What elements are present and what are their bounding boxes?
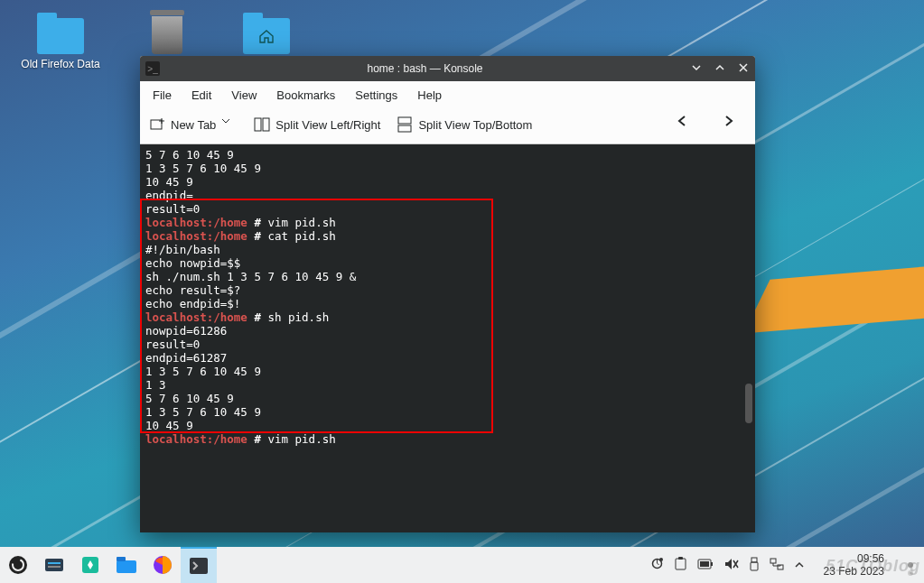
svg-rect-12 [117, 557, 126, 561]
terminal-line: localhost:/home # vim pid.sh [145, 216, 750, 229]
terminal-line: #!/bin/bash [145, 243, 750, 256]
terminal-line: localhost:/home # cat pid.sh [145, 229, 750, 243]
svg-rect-9 [48, 566, 61, 568]
terminal-line: echo result=$? [145, 283, 750, 297]
svg-rect-11 [117, 560, 136, 573]
tray-battery-icon[interactable] [697, 559, 714, 572]
window-titlebar[interactable]: >_ home : bash — Konsole [140, 56, 755, 81]
folder-icon [243, 18, 290, 54]
svg-rect-22 [751, 558, 757, 562]
split-tb-label: Split View Top/Bottom [418, 118, 532, 132]
terminal-view[interactable]: 5 7 6 10 45 91 3 5 7 6 10 45 910 45 9end… [140, 144, 755, 532]
taskbar-clock[interactable]: 09:56 23 Feb 2023 [815, 552, 893, 578]
split-tb-button[interactable]: Split View Top/Bottom [397, 116, 532, 133]
taskbar-app-discover[interactable] [72, 547, 108, 583]
desktop-pager[interactable] [908, 562, 913, 568]
terminal-line: localhost:/home # sh pid.sh [145, 310, 750, 324]
svg-point-16 [659, 558, 663, 561]
folder-icon [37, 18, 84, 54]
split-lr-icon [254, 116, 270, 133]
menu-edit[interactable]: Edit [191, 88, 211, 102]
tray-network-icon[interactable] [770, 558, 784, 573]
terminal-line: 5 7 6 10 45 9 [145, 392, 750, 405]
clock-date: 23 Feb 2023 [824, 565, 884, 578]
terminal-line: 1 3 5 7 6 10 45 9 [145, 162, 750, 175]
terminal-line: 10 45 9 [145, 175, 750, 189]
svg-rect-21 [711, 562, 713, 566]
svg-rect-7 [45, 559, 63, 571]
svg-rect-18 [678, 557, 683, 560]
desktop-icon-label: Old Firefox Data [20, 58, 101, 70]
clock-time: 09:56 [824, 552, 884, 565]
split-lr-label: Split View Left/Right [275, 118, 380, 132]
terminal-line: sh ./num.sh 1 3 5 7 6 10 45 9 & [145, 270, 750, 283]
terminal-line: 1 3 5 7 6 10 45 9 [145, 365, 750, 378]
new-tab-button[interactable]: New Tab [149, 116, 238, 133]
menu-bookmarks[interactable]: Bookmarks [276, 88, 335, 102]
svg-rect-14 [190, 558, 208, 574]
menu-help[interactable]: Help [417, 88, 442, 102]
tray-usb-icon[interactable] [750, 557, 759, 574]
window-title: home : bash — Konsole [165, 62, 685, 75]
svg-rect-17 [676, 559, 686, 569]
app-launcher-button[interactable] [0, 547, 36, 583]
svg-rect-2 [263, 118, 269, 131]
svg-rect-23 [751, 562, 758, 570]
tray-clipboard-icon[interactable] [675, 557, 686, 573]
svg-rect-1 [255, 118, 261, 131]
desktop-trash[interactable] [126, 16, 208, 58]
app-icon: >_ [145, 61, 160, 76]
svg-rect-4 [398, 125, 411, 132]
menubar: File Edit View Bookmarks Settings Help [140, 81, 755, 109]
desktop-folder-old-firefox[interactable]: Old Firefox Data [20, 18, 101, 70]
tray-expand-icon[interactable] [795, 559, 804, 572]
tray-updates-icon[interactable] [650, 557, 664, 573]
system-tray: 09:56 23 Feb 2023 [650, 552, 924, 578]
wallpaper-accent [743, 263, 924, 334]
terminal-scrollbar[interactable] [745, 384, 752, 423]
maximize-button[interactable] [708, 62, 732, 76]
svg-rect-24 [770, 559, 776, 563]
terminal-line: endpid=61287 [145, 351, 750, 365]
taskbar-app-firefox[interactable] [145, 547, 181, 583]
taskbar-app-settings[interactable] [36, 547, 72, 583]
taskbar-app-konsole[interactable] [181, 547, 217, 583]
svg-rect-8 [48, 562, 61, 564]
trash-icon [152, 16, 182, 54]
taskbar-app-dolphin[interactable] [108, 547, 145, 583]
svg-rect-20 [700, 561, 709, 567]
split-lr-button[interactable]: Split View Left/Right [254, 116, 380, 133]
terminal-line: echo nowpid=$$ [145, 256, 750, 270]
svg-rect-3 [398, 117, 411, 124]
desktop-folder-home[interactable] [226, 18, 307, 58]
toolbar-next-button[interactable] [715, 115, 746, 134]
menu-settings[interactable]: Settings [355, 88, 397, 102]
terminal-line: result=0 [145, 338, 750, 351]
tray-volume-muted-icon[interactable] [724, 558, 739, 573]
terminal-line: 10 45 9 [145, 419, 750, 432]
konsole-window: >_ home : bash — Konsole File Edit View … [140, 56, 755, 532]
terminal-line: 5 7 6 10 45 9 [145, 148, 750, 162]
close-button[interactable] [732, 62, 755, 76]
menu-file[interactable]: File [153, 88, 172, 102]
terminal-line: 1 3 5 7 6 10 45 9 [145, 405, 750, 419]
terminal-line: result=0 [145, 202, 750, 216]
terminal-line: localhost:/home # vim pid.sh [145, 432, 750, 446]
toolbar: New Tab Split View Left/Right Split View… [140, 109, 755, 144]
minimize-button[interactable] [685, 62, 708, 76]
taskbar: 09:56 23 Feb 2023 [0, 547, 924, 583]
terminal-line: echo endpid=$! [145, 297, 750, 310]
terminal-line: 1 3 [145, 378, 750, 392]
new-tab-label: New Tab [171, 118, 216, 132]
menu-view[interactable]: View [231, 88, 257, 102]
terminal-line: endpid= [145, 189, 750, 202]
toolbar-prev-button[interactable] [668, 115, 699, 134]
split-tb-icon [397, 116, 413, 133]
new-tab-icon [149, 116, 165, 133]
chevron-down-icon [221, 116, 238, 133]
terminal-line: nowpid=61286 [145, 324, 750, 338]
